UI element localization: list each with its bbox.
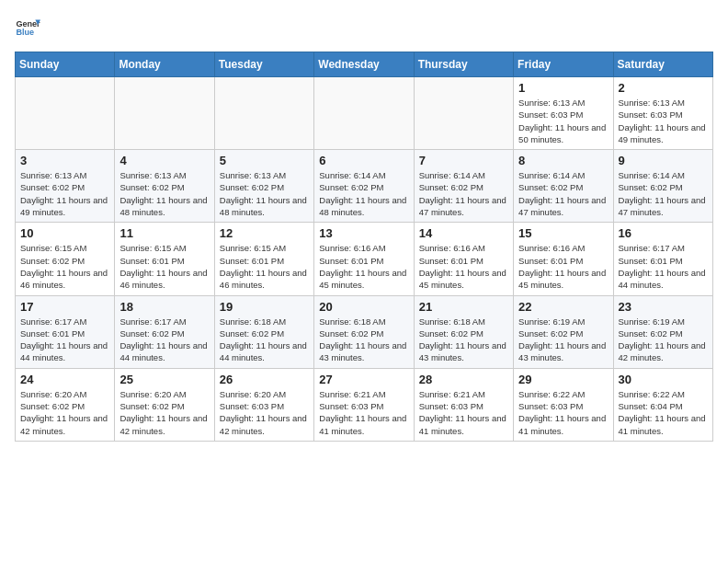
day-info: Sunrise: 6:13 AM Sunset: 6:02 PM Dayligh… (220, 169, 309, 218)
calendar-cell: 1Sunrise: 6:13 AM Sunset: 6:03 PM Daylig… (514, 77, 613, 150)
calendar-cell: 16Sunrise: 6:17 AM Sunset: 6:01 PM Dayli… (613, 223, 712, 295)
weekday-header-friday: Friday (514, 52, 613, 77)
day-info: Sunrise: 6:13 AM Sunset: 6:03 PM Dayligh… (518, 97, 608, 145)
day-info: Sunrise: 6:14 AM Sunset: 6:02 PM Dayligh… (518, 169, 608, 218)
day-number: 6 (319, 154, 408, 167)
day-info: Sunrise: 6:19 AM Sunset: 6:02 PM Dayligh… (518, 316, 608, 364)
day-number: 13 (319, 226, 408, 240)
day-info: Sunrise: 6:18 AM Sunset: 6:02 PM Dayligh… (419, 316, 508, 364)
calendar-cell: 30Sunrise: 6:22 AM Sunset: 6:04 PM Dayli… (613, 368, 712, 441)
calendar-cell: 23Sunrise: 6:19 AM Sunset: 6:02 PM Dayli… (613, 295, 712, 368)
calendar-cell (314, 77, 414, 150)
calendar-cell (414, 77, 513, 150)
calendar-cell: 12Sunrise: 6:15 AM Sunset: 6:01 PM Dayli… (214, 223, 313, 295)
weekday-header-sunday: Sunday (16, 52, 115, 77)
day-info: Sunrise: 6:21 AM Sunset: 6:03 PM Dayligh… (319, 388, 408, 437)
day-number: 12 (220, 226, 309, 240)
calendar-cell: 6Sunrise: 6:14 AM Sunset: 6:02 PM Daylig… (314, 150, 414, 223)
day-number: 23 (619, 300, 708, 314)
day-number: 18 (119, 300, 209, 314)
svg-text:Blue: Blue (16, 28, 34, 37)
calendar-cell: 11Sunrise: 6:15 AM Sunset: 6:01 PM Dayli… (115, 223, 214, 295)
day-info: Sunrise: 6:18 AM Sunset: 6:02 PM Dayligh… (220, 316, 309, 364)
day-info: Sunrise: 6:15 AM Sunset: 6:01 PM Dayligh… (119, 242, 209, 291)
day-info: Sunrise: 6:16 AM Sunset: 6:01 PM Dayligh… (419, 242, 508, 291)
calendar-cell: 9Sunrise: 6:14 AM Sunset: 6:02 PM Daylig… (613, 150, 712, 223)
weekday-header-monday: Monday (115, 52, 214, 77)
day-number: 15 (518, 226, 608, 240)
day-number: 2 (619, 81, 708, 95)
calendar-table: SundayMondayTuesdayWednesdayThursdayFrid… (15, 52, 713, 442)
day-number: 29 (518, 373, 608, 386)
day-info: Sunrise: 6:18 AM Sunset: 6:02 PM Dayligh… (319, 316, 408, 364)
day-number: 7 (419, 154, 508, 167)
day-info: Sunrise: 6:14 AM Sunset: 6:02 PM Dayligh… (419, 169, 508, 218)
day-number: 11 (119, 226, 209, 240)
calendar-week-5: 24Sunrise: 6:20 AM Sunset: 6:02 PM Dayli… (16, 368, 713, 441)
day-number: 9 (619, 154, 708, 167)
day-number: 19 (220, 300, 309, 314)
calendar-cell (214, 77, 313, 150)
day-info: Sunrise: 6:14 AM Sunset: 6:02 PM Dayligh… (319, 169, 408, 218)
calendar-cell: 20Sunrise: 6:18 AM Sunset: 6:02 PM Dayli… (314, 295, 414, 368)
day-number: 22 (518, 300, 608, 314)
day-number: 28 (419, 373, 508, 386)
day-number: 20 (319, 300, 408, 314)
calendar-cell: 14Sunrise: 6:16 AM Sunset: 6:01 PM Dayli… (414, 223, 513, 295)
logo: General Blue (15, 15, 44, 40)
day-number: 4 (119, 154, 209, 167)
calendar-cell: 10Sunrise: 6:15 AM Sunset: 6:02 PM Dayli… (16, 223, 115, 295)
day-number: 25 (119, 373, 209, 386)
calendar-cell: 25Sunrise: 6:20 AM Sunset: 6:02 PM Dayli… (115, 368, 214, 441)
calendar-cell: 28Sunrise: 6:21 AM Sunset: 6:03 PM Dayli… (414, 368, 513, 441)
calendar-cell: 27Sunrise: 6:21 AM Sunset: 6:03 PM Dayli… (314, 368, 414, 441)
calendar-cell: 13Sunrise: 6:16 AM Sunset: 6:01 PM Dayli… (314, 223, 414, 295)
weekday-header-saturday: Saturday (613, 52, 712, 77)
day-info: Sunrise: 6:20 AM Sunset: 6:02 PM Dayligh… (20, 388, 109, 437)
day-number: 14 (419, 226, 508, 240)
day-info: Sunrise: 6:22 AM Sunset: 6:03 PM Dayligh… (518, 388, 608, 437)
day-info: Sunrise: 6:22 AM Sunset: 6:04 PM Dayligh… (619, 388, 708, 437)
day-info: Sunrise: 6:17 AM Sunset: 6:01 PM Dayligh… (619, 242, 708, 291)
day-info: Sunrise: 6:15 AM Sunset: 6:02 PM Dayligh… (20, 242, 109, 291)
calendar-header-row: SundayMondayTuesdayWednesdayThursdayFrid… (16, 52, 713, 77)
day-number: 8 (518, 154, 608, 167)
day-info: Sunrise: 6:13 AM Sunset: 6:03 PM Dayligh… (619, 97, 708, 145)
calendar-cell: 17Sunrise: 6:17 AM Sunset: 6:01 PM Dayli… (16, 295, 115, 368)
day-info: Sunrise: 6:13 AM Sunset: 6:02 PM Dayligh… (119, 169, 209, 218)
calendar-cell: 22Sunrise: 6:19 AM Sunset: 6:02 PM Dayli… (514, 295, 613, 368)
day-info: Sunrise: 6:20 AM Sunset: 6:02 PM Dayligh… (119, 388, 209, 437)
weekday-header-thursday: Thursday (414, 52, 513, 77)
day-info: Sunrise: 6:20 AM Sunset: 6:03 PM Dayligh… (220, 388, 309, 437)
calendar-cell: 5Sunrise: 6:13 AM Sunset: 6:02 PM Daylig… (214, 150, 313, 223)
day-info: Sunrise: 6:16 AM Sunset: 6:01 PM Dayligh… (319, 242, 408, 291)
day-number: 17 (20, 300, 109, 314)
calendar-week-4: 17Sunrise: 6:17 AM Sunset: 6:01 PM Dayli… (16, 295, 713, 368)
day-number: 1 (518, 81, 608, 95)
logo-icon: General Blue (15, 15, 40, 40)
day-info: Sunrise: 6:17 AM Sunset: 6:01 PM Dayligh… (20, 316, 109, 364)
day-number: 3 (20, 154, 109, 167)
day-number: 21 (419, 300, 508, 314)
day-info: Sunrise: 6:14 AM Sunset: 6:02 PM Dayligh… (619, 169, 708, 218)
day-info: Sunrise: 6:15 AM Sunset: 6:01 PM Dayligh… (220, 242, 309, 291)
day-number: 30 (619, 373, 708, 386)
day-number: 27 (319, 373, 408, 386)
calendar-cell (115, 77, 214, 150)
page-header: General Blue (15, 15, 713, 40)
calendar-cell: 3Sunrise: 6:13 AM Sunset: 6:02 PM Daylig… (16, 150, 115, 223)
day-number: 5 (220, 154, 309, 167)
calendar-cell: 7Sunrise: 6:14 AM Sunset: 6:02 PM Daylig… (414, 150, 513, 223)
weekday-header-wednesday: Wednesday (314, 52, 414, 77)
calendar-week-3: 10Sunrise: 6:15 AM Sunset: 6:02 PM Dayli… (16, 223, 713, 295)
day-info: Sunrise: 6:16 AM Sunset: 6:01 PM Dayligh… (518, 242, 608, 291)
calendar-cell: 8Sunrise: 6:14 AM Sunset: 6:02 PM Daylig… (514, 150, 613, 223)
day-number: 10 (20, 226, 109, 240)
calendar-cell: 24Sunrise: 6:20 AM Sunset: 6:02 PM Dayli… (16, 368, 115, 441)
day-number: 24 (20, 373, 109, 386)
calendar-cell: 18Sunrise: 6:17 AM Sunset: 6:02 PM Dayli… (115, 295, 214, 368)
calendar-cell: 4Sunrise: 6:13 AM Sunset: 6:02 PM Daylig… (115, 150, 214, 223)
calendar-cell: 15Sunrise: 6:16 AM Sunset: 6:01 PM Dayli… (514, 223, 613, 295)
day-info: Sunrise: 6:13 AM Sunset: 6:02 PM Dayligh… (20, 169, 109, 218)
day-number: 16 (619, 226, 708, 240)
